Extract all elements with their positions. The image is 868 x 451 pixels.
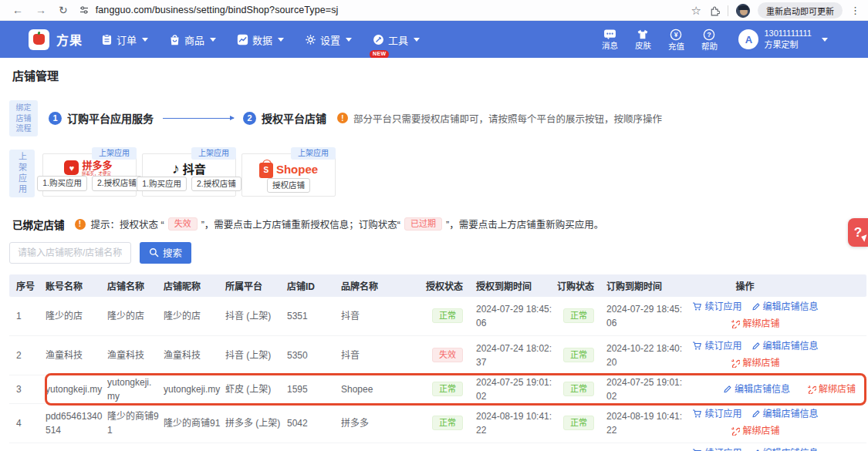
site-info-icon[interactable] (79, 5, 90, 15)
flow-arrow-icon (163, 118, 234, 119)
unbind-shop-link[interactable]: 解绑店铺 (731, 356, 779, 370)
auth-expire-time: 2024-08-24 10:43:39 (476, 449, 557, 451)
svg-text:¥: ¥ (674, 31, 678, 39)
platform-step-button[interactable]: 2.授权店铺 (92, 176, 142, 191)
brand-name: 抖音 (341, 309, 426, 323)
bound-shops-title: 已绑定店铺 (12, 217, 65, 232)
column-header: 授权到期时间 (476, 279, 557, 292)
nav-quick-help[interactable]: ?帮助 (699, 29, 719, 51)
reload-icon[interactable]: ↻ (59, 5, 68, 15)
edit-shop-link[interactable]: 编辑店铺信息 (751, 407, 819, 421)
search-button[interactable]: 搜索 (140, 242, 191, 264)
browser-profile-avatar[interactable] (736, 4, 750, 18)
flow-step-1: 1 订购平台应用服务 (49, 110, 154, 126)
account-name: 隆少的店 (46, 309, 107, 323)
apple-logo-icon (33, 34, 45, 45)
back-icon[interactable]: ← (12, 5, 23, 15)
shop-nickname: 隆少的店 (164, 309, 225, 323)
unbind-shop-link[interactable]: 解绑店铺 (807, 382, 856, 396)
nav-quick-links: 消息皮肤¥充值?帮助 (599, 29, 719, 51)
card-buttons: 授权店铺 (267, 178, 310, 194)
browser-update-button[interactable]: 重新启动即可更新 (758, 2, 843, 19)
bookmark-star-icon[interactable]: ☆ (691, 5, 701, 16)
browser-window: ← → ↻ fangguo.com/business/setting/bindS… (0, 0, 868, 451)
message-icon (603, 29, 616, 40)
help-floating-button[interactable]: ? (848, 218, 868, 247)
account-info: 13011111111 方果定制 (764, 28, 812, 51)
nav-menu-tools[interactable]: 工具NEW (373, 28, 420, 52)
auth-status-badge-cell: 正常 (426, 416, 476, 431)
renew-app-link-label: 续订应用 (704, 446, 741, 451)
platform-step-button[interactable]: 1.购买应用 (37, 176, 87, 191)
nav-menu-settings[interactable]: 设置 (305, 28, 352, 52)
extensions-icon[interactable] (709, 5, 720, 16)
browser-menu-icon[interactable]: ⋮ (850, 5, 860, 16)
svg-text:?: ? (708, 31, 712, 39)
column-header: 账号名称 (46, 279, 107, 292)
platform-slogan: 拼着买，才便宜 (82, 171, 111, 176)
edit-shop-link[interactable]: 编辑店铺信息 (751, 339, 819, 353)
search-input[interactable] (9, 242, 131, 264)
url-text[interactable]: fangguo.com/business/setting/bindShop?so… (96, 5, 339, 15)
shop-id: 5350 (287, 348, 341, 362)
order-expire-time: 2024-07-25 19:01:02 (606, 375, 690, 403)
platform-name: 拼多多 (82, 160, 114, 171)
account-avatar: A (738, 29, 758, 49)
platform-step-button[interactable]: 1.购买应用 (137, 177, 187, 192)
nav-right-area: 消息皮肤¥充值?帮助 A 13011111111 方果定制 (599, 28, 828, 51)
platform: 虾皮 (上架) (225, 382, 287, 396)
actions-bottom-line: 解绑店铺 (731, 356, 779, 372)
settings-icon (305, 34, 316, 45)
column-header: 序号 (9, 279, 46, 292)
forward-icon[interactable]: → (35, 5, 46, 15)
auth-status-badge-cell: 正常 (426, 382, 476, 397)
listed-app-tag: 上架应用 (92, 147, 137, 160)
unbind-shop-link[interactable]: 解绑店铺 (731, 317, 779, 331)
table-body: 1隆少的店隆少的店隆少的店抖音 (上架)5351抖音正常2024-07-29 1… (9, 297, 866, 451)
nav-quick-skin[interactable]: 皮肤 (633, 29, 653, 51)
shop-nickname: 渔童科技 (164, 348, 225, 362)
chevron-down-icon (210, 38, 216, 42)
app-logo[interactable] (29, 29, 49, 50)
platform-name: 抖音 (183, 160, 206, 177)
shopee-logo: SShopee (259, 160, 318, 178)
nav-menu-data[interactable]: 数据 (237, 28, 284, 52)
shop-name: 隆少的商铺91 (107, 409, 164, 437)
nav-menu-label: 设置 (320, 32, 340, 47)
cart-icon (692, 301, 702, 311)
step-1-label: 订购平台应用服务 (67, 110, 154, 126)
renew-app-link[interactable]: 续订应用 (692, 339, 741, 353)
order-status-badge: 正常 (563, 416, 594, 431)
shop-nickname: 隆少的商铺91 (164, 416, 225, 430)
edit-shop-link[interactable]: 编辑店铺信息 (751, 446, 819, 451)
platform-step-button[interactable]: 2.授权店铺 (191, 177, 241, 192)
platform-step-button[interactable]: 授权店铺 (267, 178, 310, 194)
column-header: 品牌名称 (341, 279, 426, 292)
account-menu[interactable]: A 13011111111 方果定制 (738, 28, 828, 51)
pencil-icon (723, 385, 732, 394)
renew-app-link[interactable]: 续订应用 (692, 300, 741, 314)
unbind-shop-link[interactable]: 解绑店铺 (731, 424, 779, 438)
auth-expire-time: 2024-07-29 18:45:06 (476, 302, 557, 330)
search-button-label: 搜索 (163, 245, 182, 260)
nav-quick-messages[interactable]: 消息 (599, 29, 620, 51)
row-index: 4 (9, 416, 46, 430)
table-row: 1隆少的店隆少的店隆少的店抖音 (上架)5351抖音正常2024-07-29 1… (9, 297, 866, 336)
renew-app-link[interactable]: 续订应用 (692, 446, 741, 451)
actions-cell: 续订应用编辑店铺信息解绑店铺 (690, 336, 866, 375)
edit-shop-link[interactable]: 编辑店铺信息 (723, 382, 790, 396)
nav-menu-goods[interactable]: 商品 (169, 28, 216, 52)
nav-quick-recharge[interactable]: ¥充值 (666, 29, 686, 51)
brand-name[interactable]: 方果 (56, 30, 83, 49)
edit-shop-link-label: 编辑店铺信息 (735, 382, 790, 396)
edit-shop-link[interactable]: 编辑店铺信息 (751, 300, 819, 314)
nav-menu-orders[interactable]: 订单 (101, 28, 148, 52)
status-badge-expired: 已过期 (404, 217, 442, 231)
order-expire-time: 2024-10-22 18:40:20 (606, 342, 690, 369)
table-row: 5pdd84825326567文店12文店12拼多多 (上架)5040拼多多正常… (9, 443, 866, 451)
account-name: yutongkeji.my (46, 382, 107, 396)
actions-top-line: 续订应用编辑店铺信息 (692, 446, 818, 451)
shop-id: 5351 (287, 309, 341, 323)
actions-top-line: 续订应用编辑店铺信息 (692, 407, 818, 421)
renew-app-link[interactable]: 续订应用 (692, 407, 741, 421)
